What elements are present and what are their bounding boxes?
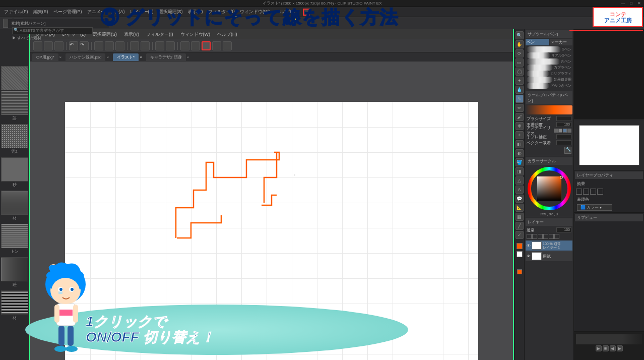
tool-icon[interactable] — [155, 41, 164, 50]
undo-icon[interactable]: ↶ — [69, 41, 78, 50]
fg-color-swatch[interactable] — [517, 243, 523, 249]
doc-tab-active[interactable]: イラスト* — [113, 53, 139, 61]
submenu-filter[interactable]: フィルター(I) — [143, 30, 176, 39]
correct-icon[interactable]: ✓ — [516, 231, 524, 239]
snap-curve-icon[interactable] — [191, 41, 200, 50]
submenu-view[interactable]: 表示(V) — [121, 30, 142, 39]
layer-opacity-input[interactable]: 100 — [556, 227, 571, 232]
assets-search-input[interactable]: 🔍 ASSETSで素材をさがす — [12, 27, 93, 34]
material-thumb[interactable] — [1, 191, 28, 215]
brush-item[interactable]: 効果線専用 — [526, 77, 572, 83]
brush-item[interactable]: 丸ペン — [526, 58, 572, 65]
material-thumb[interactable] — [1, 66, 28, 90]
frame-icon[interactable]: ▦ — [516, 213, 524, 221]
new-icon[interactable] — [33, 41, 42, 50]
aa-option[interactable] — [558, 129, 562, 133]
subtool-tab-pen[interactable]: ペン — [526, 39, 549, 45]
doc-tab[interactable]: ハシケン線画.psd — [66, 53, 105, 61]
color-mode-select[interactable]: 🟦 カラー ▾ — [577, 204, 612, 211]
effect-icon[interactable] — [576, 189, 582, 195]
play-icon[interactable]: ▶ — [596, 345, 602, 351]
snap-grid-button[interactable] — [202, 41, 211, 50]
color-wheel[interactable] — [528, 167, 571, 210]
fill-icon[interactable]: 🪣 — [516, 158, 524, 166]
brush-item[interactable]: リアルGペン — [526, 52, 572, 58]
vector-input[interactable] — [556, 140, 571, 145]
airbrush-icon[interactable]: ❋ — [516, 122, 524, 130]
menu-edit[interactable]: 編集(E) — [31, 8, 50, 16]
tab-close-icon[interactable]: × — [106, 55, 109, 59]
tab-close-icon[interactable]: × — [59, 55, 62, 59]
wrench-icon[interactable]: 🔧 — [564, 147, 571, 154]
effect-icon[interactable] — [583, 189, 589, 195]
zoom-icon[interactable]: 🔍 — [516, 31, 524, 39]
material-thumb[interactable] — [1, 91, 28, 115]
layer-tool-icon[interactable] — [554, 234, 559, 239]
assets-all[interactable]: ▶ すべての素材 — [12, 35, 41, 41]
material-thumb[interactable] — [1, 157, 28, 182]
layer-row[interactable]: 👁 用紙 — [526, 251, 572, 261]
cut-icon[interactable] — [94, 41, 103, 50]
maximize-icon[interactable]: □ — [630, 1, 632, 6]
tool-icon[interactable] — [223, 41, 232, 50]
layer-tool-icon[interactable] — [532, 234, 537, 239]
aa-option[interactable] — [563, 129, 567, 133]
pencil-icon[interactable]: ✏ — [516, 104, 524, 112]
submenu-select[interactable]: 選択範囲(S) — [90, 30, 120, 39]
material-thumb[interactable] — [1, 224, 28, 248]
mini-fg-swatch[interactable] — [517, 269, 522, 274]
eye-icon[interactable]: 👁 — [527, 244, 531, 248]
snap-straight-icon[interactable] — [180, 41, 189, 50]
doc-tab[interactable]: OP用.jpg* — [32, 53, 58, 61]
pen-icon[interactable]: ✎ — [516, 95, 524, 103]
blend-mode-select[interactable]: 通常 — [527, 227, 535, 233]
minimize-icon[interactable]: — — [621, 1, 625, 6]
effect-icon[interactable] — [597, 189, 603, 195]
timeline-bar[interactable] — [576, 334, 642, 344]
layer-tool-icon[interactable] — [543, 234, 548, 239]
layer-tool-icon[interactable] — [527, 234, 532, 239]
stop-icon[interactable]: ■ — [603, 345, 609, 351]
tool-icon[interactable] — [212, 41, 221, 50]
menu-page[interactable]: ページ管理(P) — [51, 8, 84, 16]
eye-icon[interactable]: 👁 — [527, 254, 531, 259]
bg-color-swatch[interactable] — [517, 251, 523, 257]
opacity-input[interactable]: 100 — [556, 122, 571, 127]
brush-item[interactable]: ざらつきペン — [526, 83, 572, 89]
close-icon[interactable]: ✕ — [637, 1, 641, 6]
redo-icon[interactable]: ↷ — [80, 41, 89, 50]
tool-icon[interactable] — [141, 41, 150, 50]
deco-icon[interactable]: ✧ — [516, 131, 524, 139]
material-thumb[interactable] — [1, 257, 28, 281]
brush-icon[interactable]: 🖌 — [516, 113, 524, 121]
submenu-help[interactable]: ヘルプ(H) — [214, 30, 240, 39]
save-icon[interactable] — [54, 41, 63, 50]
figure-icon[interactable]: △ — [516, 176, 524, 185]
layer-tool-icon[interactable] — [549, 234, 554, 239]
select-icon[interactable]: ▭ — [516, 58, 524, 67]
tool-icon[interactable] — [115, 41, 124, 50]
layer-tool-icon[interactable] — [538, 234, 543, 239]
effect-icon[interactable] — [590, 189, 596, 195]
layer-row-active[interactable]: 👁 100 % 通常レイヤー 1 — [526, 241, 572, 251]
blend-icon[interactable]: ◐ — [516, 149, 524, 157]
brush-item[interactable]: カブラペン — [526, 65, 572, 71]
line-icon[interactable]: ╱ — [516, 222, 524, 230]
eraser-icon[interactable]: ◧ — [516, 140, 524, 148]
move-icon[interactable]: ✋ — [516, 40, 524, 48]
aa-option[interactable] — [567, 129, 571, 133]
tab-close-icon[interactable]: × — [187, 55, 189, 59]
balloon-icon[interactable]: 💬 — [516, 195, 524, 203]
wand-icon[interactable]: ✦ — [516, 77, 524, 85]
brush-item[interactable]: カリグラフィ — [526, 71, 572, 77]
material-thumb[interactable] — [1, 290, 28, 315]
gradient-icon[interactable]: ◨ — [516, 167, 524, 175]
open-icon[interactable] — [44, 41, 53, 50]
tool-icon[interactable] — [105, 41, 114, 50]
tab-close-icon[interactable]: × — [140, 55, 142, 59]
ruler-icon[interactable]: 📐 — [516, 204, 524, 212]
navigator-thumb[interactable] — [579, 125, 639, 165]
prev-icon[interactable]: ◀ — [610, 345, 616, 351]
eyedrop-icon[interactable]: 💧 — [516, 86, 524, 94]
brush-size-input[interactable] — [556, 116, 571, 121]
